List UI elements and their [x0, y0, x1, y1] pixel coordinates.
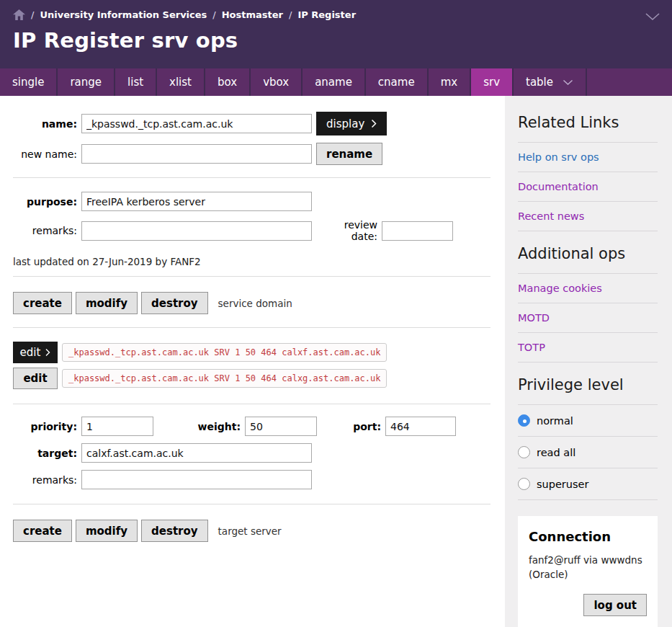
weight-input[interactable]: [245, 417, 317, 436]
weight-label: weight:: [179, 421, 241, 432]
nav-tabs: single range list xlist box vbox aname c…: [0, 68, 672, 96]
srv-record-2: _kpasswd._tcp.ast.cam.ac.uk SRV 1 50 464…: [62, 369, 387, 388]
divider: [13, 177, 490, 178]
breadcrumb-separator: /: [31, 9, 34, 20]
purpose-label: purpose:: [13, 196, 77, 208]
tab-table-label: table: [526, 76, 553, 89]
edit-record-1-button[interactable]: edit: [13, 342, 58, 363]
divider: [13, 404, 490, 404]
purpose-input[interactable]: [81, 192, 312, 211]
connection-info: fanf2@ruff via wwwdns (Oracle): [529, 553, 647, 582]
sidebar-link-help-on-srv-ops[interactable]: Help on srv ops: [518, 143, 658, 172]
privilege-level-heading: Privilege level: [518, 363, 658, 404]
review-date-label: review date:: [318, 219, 377, 242]
tab-table[interactable]: table: [514, 68, 587, 96]
tab-single[interactable]: single: [0, 68, 58, 96]
breadcrumb-item-uis[interactable]: University Information Services: [40, 9, 207, 20]
additional-ops-heading: Additional ops: [518, 231, 658, 273]
breadcrumb-separator: /: [289, 9, 292, 20]
privilege-option-normal[interactable]: normal: [518, 405, 658, 436]
connection-heading: Connection: [529, 529, 647, 544]
tab-srv[interactable]: srv: [471, 68, 514, 96]
chevron-down-icon[interactable]: [563, 79, 573, 86]
sidebar-link-motd[interactable]: MOTD: [518, 303, 658, 332]
log-out-button[interactable]: log out: [583, 594, 647, 616]
service-domain-caption: service domain: [218, 298, 292, 309]
port-label: port:: [349, 421, 381, 432]
remarks2-label: remarks:: [13, 474, 77, 486]
breadcrumb-item-ip-register[interactable]: IP Register: [297, 9, 356, 20]
remarks-input[interactable]: [81, 221, 312, 241]
sidebar-link-recent-news[interactable]: Recent news: [518, 202, 658, 231]
radio-button-icon[interactable]: [518, 446, 530, 458]
privilege-option-superuser[interactable]: superuser: [518, 468, 658, 499]
modify-service-domain-button[interactable]: modify: [76, 292, 138, 314]
sidebar-link-manage-cookies[interactable]: Manage cookies: [518, 274, 658, 303]
divider: [13, 276, 490, 277]
radio-button-icon[interactable]: [518, 478, 530, 490]
remarks2-input[interactable]: [81, 470, 312, 489]
display-button-label: display: [326, 117, 364, 130]
sidebar-link-documentation[interactable]: Documentation: [518, 172, 658, 201]
connection-card: Connection fanf2@ruff via wwwdns (Oracle…: [518, 516, 658, 627]
tab-vbox[interactable]: vbox: [251, 68, 303, 96]
tab-list[interactable]: list: [115, 68, 157, 96]
tab-cname[interactable]: cname: [366, 68, 429, 96]
edit-record-2-button[interactable]: edit: [13, 368, 58, 389]
srv-ops-form: name: display new name: rename purpose: …: [0, 96, 505, 542]
target-input[interactable]: [81, 443, 312, 463]
modify-target-server-button[interactable]: modify: [76, 520, 138, 542]
sidebar-link-totp[interactable]: TOTP: [518, 333, 658, 362]
divider: [13, 327, 490, 328]
target-server-caption: target server: [218, 525, 282, 537]
name-label: name:: [13, 118, 77, 130]
privilege-option-read-all[interactable]: read all: [518, 437, 658, 468]
create-target-server-button[interactable]: create: [13, 520, 72, 542]
create-service-domain-button[interactable]: create: [13, 292, 72, 314]
review-date-input[interactable]: [382, 221, 453, 241]
destroy-service-domain-button[interactable]: destroy: [141, 292, 208, 314]
priority-label: priority:: [13, 421, 77, 432]
destroy-target-server-button[interactable]: destroy: [141, 520, 208, 542]
last-updated-text: last updated on 27-Jun-2019 by FANF2: [13, 256, 505, 267]
edit-button-label: edit: [20, 346, 41, 359]
tab-range[interactable]: range: [58, 68, 115, 96]
chevron-right-icon: [371, 119, 377, 128]
divider: [13, 504, 490, 504]
tab-aname[interactable]: aname: [303, 68, 366, 96]
privilege-option-label: superuser: [537, 479, 588, 490]
display-button[interactable]: display: [316, 112, 387, 135]
privilege-option-label: read all: [537, 447, 575, 458]
chevron-down-icon[interactable]: [645, 12, 660, 21]
page-header: / University Information Services / Host…: [0, 0, 672, 68]
breadcrumb-item-hostmaster[interactable]: Hostmaster: [222, 9, 283, 20]
chevron-right-icon: [45, 348, 50, 357]
new-name-input[interactable]: [81, 144, 312, 164]
breadcrumb-separator: /: [212, 9, 215, 20]
tab-xlist[interactable]: xlist: [157, 68, 205, 96]
rename-button[interactable]: rename: [316, 143, 382, 165]
divider: [518, 499, 658, 500]
page-title: IP Register srv ops: [13, 28, 672, 53]
tab-mx[interactable]: mx: [429, 68, 472, 96]
priority-input[interactable]: [81, 417, 153, 436]
radio-button-icon[interactable]: [518, 414, 530, 427]
remarks-label: remarks:: [13, 225, 77, 236]
home-icon[interactable]: [13, 9, 25, 20]
related-links-heading: Related Links: [518, 96, 658, 142]
new-name-label: new name:: [13, 148, 77, 160]
breadcrumb: / University Information Services / Host…: [13, 9, 672, 20]
port-input[interactable]: [385, 417, 456, 436]
privilege-option-label: normal: [537, 415, 573, 427]
sidebar: Related Links Help on srv ops Documentat…: [505, 96, 672, 627]
name-input[interactable]: [81, 114, 312, 133]
target-label: target:: [13, 448, 77, 459]
tab-box[interactable]: box: [205, 68, 251, 96]
srv-record-1: _kpasswd._tcp.ast.cam.ac.uk SRV 1 50 464…: [62, 343, 387, 362]
